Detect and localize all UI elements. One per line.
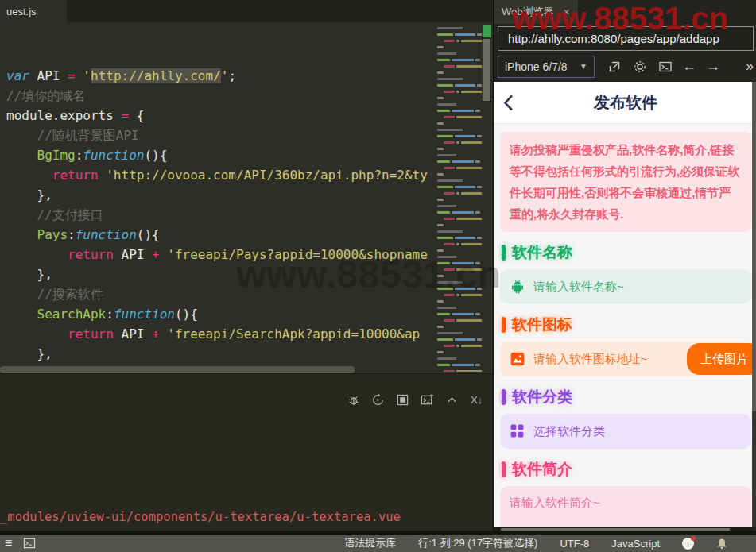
image-icon: [510, 351, 525, 367]
editor-vertical-scrollbar[interactable]: [483, 39, 490, 101]
field-icon[interactable]: 请输入软件图标地址~上传图片: [500, 342, 751, 376]
field-placeholder-icon: 请输入软件图标地址~: [533, 352, 648, 367]
code-line: return API + 'freeapi/SearchApk?appid=10…: [6, 324, 431, 344]
debug-panel: X↓ _modules/uview-ui/components/u-textar…: [0, 373, 493, 531]
output-line: _modules/uview-ui/components/u-textarea/…: [0, 506, 401, 529]
form-sections: 软件名称请输入软件名称~软件图标请输入软件图标地址~上传图片软件分类选择软件分类…: [494, 242, 752, 527]
mobile-preview: 发布软件 请勿投稿严重侵权产品,软件名称,简介,链接等不得包括任何形式的引流行为…: [494, 82, 752, 527]
page-title: 发布软件: [594, 92, 657, 114]
code-line: //填你的域名: [6, 86, 431, 106]
tab-label: uest.js: [6, 6, 37, 17]
field-placeholder-category: 选择软件分类: [533, 424, 605, 439]
code-line: return API + 'freeapi/Pays?appid=10000&s…: [6, 245, 431, 264]
code-line: //随机背景图API: [6, 125, 431, 145]
status-bar: ≡ 语法提示库 行:1 列:29 (17字符被选择) UTF-8 JavaScr…: [0, 535, 756, 552]
android-icon: [510, 279, 525, 295]
minimap-view-marker: [483, 25, 491, 37]
browser-tab-label: Web浏览器: [502, 5, 554, 19]
mobile-navbar: 发布软件: [494, 82, 752, 124]
section-label-category: 软件分类: [502, 387, 750, 407]
field-placeholder-name: 请输入软件名称~: [533, 280, 624, 295]
browser-tab[interactable]: Web浏览器 ×: [494, 0, 578, 24]
forward-icon[interactable]: →: [704, 58, 722, 75]
section-label-intro: 软件简介: [502, 459, 750, 480]
code-editor[interactable]: var API = 'http://ahlly.com/';//填你的域名mod…: [6, 26, 431, 365]
stop-icon[interactable]: [396, 393, 409, 407]
device-select[interactable]: iPhone 6/7/8 ▼: [498, 56, 595, 78]
debug-toolbar: X↓: [347, 393, 483, 407]
syntax-hint-status[interactable]: 语法提示库: [344, 536, 396, 550]
tab-request-js[interactable]: uest.js: [0, 0, 67, 22]
update-download-icon[interactable]: ↓: [682, 538, 694, 550]
code-line: BgImg:function(){: [6, 145, 431, 165]
code-line: module.exports = {: [6, 106, 431, 125]
preview-vertical-scrollbar[interactable]: [752, 82, 756, 527]
app-window: uest.js var API = 'http://ahlly.com/';//…: [0, 0, 756, 552]
warning-notice: 请勿投稿严重侵权产品,软件名称,简介,链接等不得包括任何形式的引流行为,必须保证…: [500, 132, 751, 232]
code-line: //支付接口: [6, 205, 431, 225]
grid-icon: [510, 423, 525, 439]
upload-image-button[interactable]: 上传图片: [687, 343, 752, 375]
overflow-menu-icon[interactable]: »: [746, 58, 754, 75]
code-line: Pays:function(){: [6, 225, 431, 245]
restart-icon[interactable]: [371, 393, 385, 407]
browser-panel: Web浏览器 × http://ahlly.com:8080/pages/app…: [493, 0, 756, 535]
back-chevron-icon[interactable]: [503, 95, 514, 111]
bell-icon[interactable]: [716, 538, 727, 550]
field-name[interactable]: 请输入软件名称~: [500, 269, 751, 304]
terminal-toggle-icon[interactable]: [23, 538, 36, 549]
field-category[interactable]: 选择软件分类: [500, 414, 751, 449]
debug-bug-icon[interactable]: [347, 393, 360, 407]
code-line: return 'http://ovooa.com/API/360bz/api.p…: [6, 165, 431, 185]
chevron-down-icon: ▼: [580, 62, 587, 71]
outline-menu-icon[interactable]: ≡: [5, 536, 12, 550]
code-line: },: [6, 264, 431, 284]
code-line: },: [6, 185, 431, 205]
minimap[interactable]: [434, 27, 482, 372]
section-label-icon: 软件图标: [502, 315, 750, 335]
browser-toolbar: iPhone 6/7/8 ▼ ← → »: [498, 55, 754, 78]
open-external-icon[interactable]: [606, 58, 623, 75]
code-line: //获取软件信息: [6, 364, 431, 365]
code-line: },: [6, 344, 431, 364]
field-placeholder-intro: 请输入软件简介~: [510, 496, 600, 511]
language-status[interactable]: JavaScript: [611, 538, 660, 550]
cursor-position-status[interactable]: 行:1 列:29 (17字符被选择): [418, 536, 537, 550]
close-icon[interactable]: ×: [564, 6, 570, 18]
new-terminal-icon[interactable]: [421, 393, 434, 407]
address-bar[interactable]: http://ahlly.com:8080/pages/app/addapp: [498, 26, 754, 51]
collapse-panel-icon[interactable]: [445, 393, 459, 407]
back-icon[interactable]: ←: [680, 58, 698, 75]
editor-tabbar: uest.js: [0, 0, 493, 22]
encoding-status[interactable]: UTF-8: [560, 538, 589, 550]
code-line: SearchApk:function(){: [6, 304, 431, 324]
code-line: //搜索软件: [6, 284, 431, 304]
section-label-name: 软件名称: [502, 242, 750, 263]
terminal-icon[interactable]: [657, 58, 674, 75]
close-steps-icon[interactable]: X↓: [470, 393, 483, 407]
code-line: var API = 'http://ahlly.com/';: [6, 66, 431, 86]
device-select-value: iPhone 6/7/8: [505, 60, 568, 73]
editor-horizontal-scrollbar[interactable]: [0, 366, 355, 373]
field-intro[interactable]: 请输入软件简介~: [500, 486, 751, 527]
gear-icon[interactable]: [631, 58, 649, 75]
code-lines: var API = 'http://ahlly.com/';//填你的域名mod…: [6, 66, 431, 365]
